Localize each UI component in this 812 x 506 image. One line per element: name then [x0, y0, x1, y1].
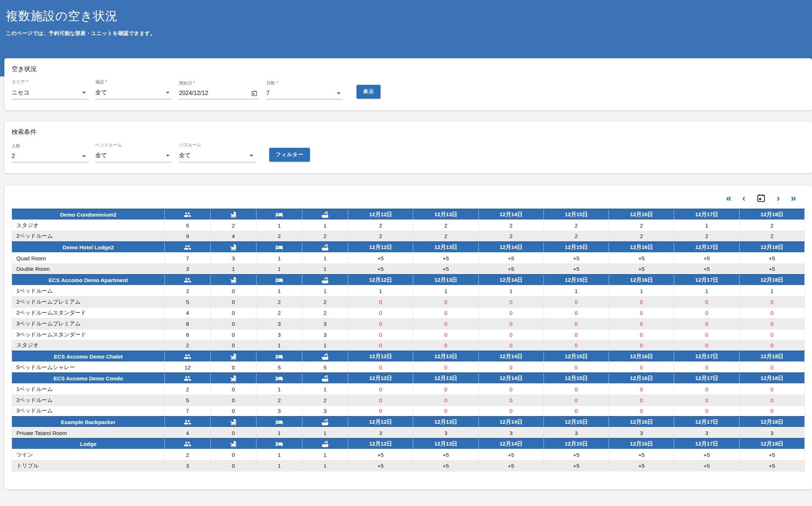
pagination: «‹›»	[12, 190, 805, 209]
next-page-icon[interactable]: ›	[777, 194, 780, 202]
bedrooms-capacity-cell: 1	[256, 460, 302, 471]
prev-page-icon[interactable]: ‹	[742, 194, 745, 202]
room-row: スタジオ52112222212	[12, 220, 805, 231]
date-column-header: 12月16日	[609, 351, 674, 362]
room-row: トリプル3011+5+5+5+5+5+5+5	[12, 460, 805, 471]
availability-cell: 0	[739, 406, 804, 416]
availability-cell: +5	[348, 264, 413, 274]
room-row: 3ベッドルーム70330000000	[12, 406, 805, 416]
availability-cell: 1	[674, 285, 739, 296]
availability-cell: 0	[348, 384, 413, 395]
availability-cell: 1	[348, 285, 413, 296]
bedrooms-capacity-cell: 2	[256, 307, 302, 318]
room-name-cell: 3ベッドルームスタンダード	[12, 329, 165, 340]
calendar-icon[interactable]	[251, 90, 258, 96]
children-capacity-cell: 0	[211, 384, 256, 395]
filter-button[interactable]: フィルター	[269, 148, 310, 162]
bedrooms-capacity-cell: 3	[256, 329, 302, 340]
guests-select[interactable]: 2	[12, 153, 88, 162]
availability-cell: 0	[478, 362, 544, 373]
availability-cell: 3	[739, 427, 804, 438]
date-column-header: 12月17日	[674, 242, 739, 253]
availability-cell: +5	[478, 460, 544, 471]
facility-select[interactable]: 全て	[95, 88, 172, 99]
date-picker-icon[interactable]	[756, 193, 766, 203]
availability-cell: 0	[413, 406, 478, 416]
room-name-cell: 1ベッドルーム	[12, 384, 165, 395]
children-capacity-cell: 0	[211, 329, 256, 340]
date-column-header: 12月13日	[413, 438, 478, 449]
panel-gap	[4, 110, 812, 121]
bed-icon-column-header	[256, 209, 302, 220]
area-select-value: ニセコ	[12, 89, 29, 96]
availability-cell: 0	[739, 340, 804, 351]
stroller-icon	[230, 244, 237, 251]
availability-cell: 2	[348, 220, 413, 231]
bathrooms-select[interactable]: 全て	[179, 151, 255, 162]
room-row: Quad Room7311+5+5+5+5+5+5+5	[12, 253, 805, 264]
date-column-header: 12月17日	[674, 274, 739, 285]
availability-cell: 0	[674, 329, 739, 340]
availability-cell: 0	[739, 395, 804, 406]
bed-icon-column-header	[256, 373, 302, 384]
facility-header-row: Demo Condominium212月12日12月13日12月14日12月15…	[12, 209, 805, 220]
availability-cell: 0	[609, 362, 674, 373]
stroller-icon-column-header	[211, 274, 256, 285]
adults-icon	[184, 440, 191, 448]
filter-fields: 人数2ベッドルーム全てバスルーム全てフィルター	[12, 142, 805, 162]
first-page-icon[interactable]: «	[726, 194, 731, 202]
bedrooms-select[interactable]: 全て	[95, 151, 172, 162]
availability-cell: 0	[348, 307, 413, 318]
children-capacity-cell: 0	[211, 285, 256, 296]
adults-capacity-cell: 2	[165, 285, 211, 296]
availability-cell: 0	[739, 296, 804, 307]
bedrooms-capacity-cell: 3	[256, 318, 302, 329]
bathrooms-select-field: バスルーム全て	[179, 142, 255, 162]
bathrooms-capacity-cell: 1	[302, 427, 348, 438]
stroller-icon	[230, 211, 237, 218]
results-panel: «‹›» Demo Condominium212月12日12月13日12月14日…	[4, 185, 812, 489]
date-column-header: 12月13日	[413, 209, 478, 220]
room-row: 2ベッドルームスタンダード40220000000	[12, 307, 805, 318]
date-column-header: 12月12日	[348, 416, 413, 427]
availability-cell: 0	[739, 384, 804, 395]
bathtub-icon-column-header	[302, 351, 348, 362]
area-select[interactable]: ニセコ	[12, 88, 88, 99]
adults-icon	[184, 375, 191, 382]
availability-cell: 2	[544, 231, 609, 242]
facility-select-value: 全て	[95, 89, 107, 96]
start-date-input-field: 開始日 *2024/12/12	[179, 80, 259, 99]
bedrooms-capacity-cell: 1	[256, 340, 302, 351]
days-select[interactable]: 7	[266, 90, 343, 99]
stroller-icon-column-header	[211, 438, 256, 449]
filter-panel-title: 検索条件	[12, 128, 805, 136]
show-button[interactable]: 表示	[357, 85, 381, 99]
bathrooms-capacity-cell: 2	[302, 296, 348, 307]
availability-cell: 0	[544, 340, 609, 351]
availability-cell: 0	[739, 307, 804, 318]
availability-cell: 0	[413, 307, 478, 318]
availability-fields: エリア *ニセコ施設 *全て開始日 *2024/12/12日数 *7表示	[12, 79, 805, 99]
room-name-cell: スタジオ	[12, 220, 165, 231]
room-row: 5ベッドルームシャレー120550000000	[12, 362, 805, 373]
availability-cell: +5	[739, 264, 804, 274]
filter-panel: 検索条件 人数2ベッドルーム全てバスルーム全てフィルター	[4, 121, 812, 173]
bed-icon	[275, 353, 283, 360]
bed-icon-column-header	[256, 438, 302, 449]
availability-cell: 2	[739, 231, 804, 242]
date-column-header: 12月14日	[478, 351, 544, 362]
room-row: 2ベッドルーム50220000000	[12, 395, 805, 406]
bed-icon	[275, 375, 283, 382]
availability-cell: 0	[413, 318, 478, 329]
date-column-header: 12月18日	[739, 209, 804, 220]
availability-cell: 3	[609, 427, 674, 438]
last-page-icon[interactable]: »	[791, 194, 796, 202]
date-column-header: 12月14日	[478, 209, 544, 220]
stroller-icon-column-header	[211, 416, 256, 427]
bed-icon-column-header	[256, 242, 302, 253]
availability-cell: 0	[413, 395, 478, 406]
availability-cell: 0	[348, 362, 413, 373]
start-date-input[interactable]: 2024/12/12	[179, 90, 259, 99]
bedrooms-capacity-cell: 5	[256, 362, 302, 373]
date-column-header: 12月18日	[739, 351, 804, 362]
